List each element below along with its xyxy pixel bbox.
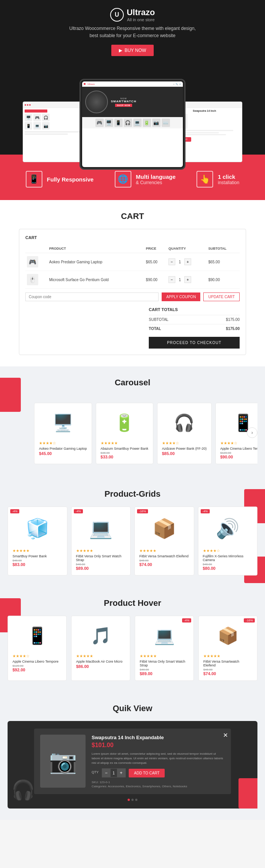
product-price-old: $46.00 xyxy=(139,559,189,562)
feature-multilang-title: Multi language xyxy=(136,174,176,180)
responsive-icon: 📱 xyxy=(26,171,42,188)
carousel-track[interactable]: 🖥️ ★★★★☆ Aokeo Predator Gaming Laptop $4… xyxy=(34,399,257,466)
qv-add-to-cart-button[interactable]: ADD TO CART xyxy=(129,769,165,777)
subtotal-label: SUBTOTAL xyxy=(149,317,168,322)
product-name: Fujifilm X-Series Mirrorless Camera xyxy=(203,554,253,562)
product-badge: -4% xyxy=(182,618,191,622)
qty-value: 1 xyxy=(177,260,183,264)
cart-table: PRODUCT PRICE QUANTITY SUBTOTAL 🎮 Aokeo … xyxy=(25,244,240,289)
cart-section-title: CART xyxy=(8,211,257,221)
multilang-icon: 🌐 xyxy=(115,171,131,188)
table-row: 🖱️ Microsoft Surface Go Pentium Gold $90… xyxy=(25,271,240,289)
product-stars: ★★★★★ xyxy=(12,549,62,553)
hover-card[interactable]: 🎵 ★★★★★ Apple MacBook Air Core Micro $86… xyxy=(71,616,130,681)
carousel-title: Carousel xyxy=(8,378,257,388)
product-thumbnail: 💻 xyxy=(140,621,189,651)
quick-view-section: Quik View 🎧 📷 Swapsutra 14 Inch Expandab… xyxy=(0,692,265,820)
qv-product-name: Swapsutra 14 Inch Expandable xyxy=(92,735,225,740)
qv-sku: SKU: 123-0-1 xyxy=(92,780,225,784)
product-price-new: $92.00 xyxy=(12,668,62,672)
col-product: PRODUCT xyxy=(48,244,145,253)
qv-categories: Categories: Accessories, Electronics, Sm… xyxy=(92,785,225,788)
product-price-old: $46.00 xyxy=(12,559,62,562)
qty-minus[interactable]: − xyxy=(168,276,175,283)
subtotal-value: $175.00 xyxy=(226,317,240,322)
product-hover-title: Product Hover xyxy=(8,598,257,608)
product-name: Apple Cinema Libero Tempore xyxy=(12,660,62,663)
qty-plus[interactable]: + xyxy=(184,258,191,265)
product-grid: -4% 🧊 ★★★★★ SmartBuy Power Bank $46.00 $… xyxy=(8,507,257,576)
product-price-new: $85.00 xyxy=(162,451,207,456)
qv-details: Swapsutra 14 Inch Expandable $101.00 Lor… xyxy=(92,735,225,788)
col-price: PRICE xyxy=(144,244,167,253)
carousel-area: TOP 🖥️ ★★★★☆ Aokeo Predator Gaming Lapto… xyxy=(34,399,257,466)
carousel-section: Carousel TOP 🖥️ ★★★★☆ Aokeo Predator Gam… xyxy=(0,366,265,478)
product-badge: -4% xyxy=(10,509,19,513)
product-name: Aokeo Predator Gaming Laptop xyxy=(48,253,145,271)
feature-responsive-title: Fully Responsive xyxy=(47,176,94,183)
qv-qty-label: QTY xyxy=(92,770,99,774)
product-badge: -16% xyxy=(244,618,255,622)
total-label: TOTAL xyxy=(149,327,161,331)
carousel-item[interactable]: 🔋 ★★★★★ Abazum SmartBuy Power Bank $46.0… xyxy=(96,403,153,464)
deco-qv-right xyxy=(238,778,257,809)
product-img: 🖱️ xyxy=(27,274,38,285)
product-stars: ★★★★★ xyxy=(101,441,148,445)
carousel-item[interactable]: 🎧 ★★★★☆ Azdzave Power Bank (FF-20) $85.0… xyxy=(157,403,212,464)
qty-minus[interactable]: − xyxy=(168,258,175,265)
qv-qty-box[interactable]: − 1 + xyxy=(102,768,126,777)
product-name: Apple Cinema Libero Tempore xyxy=(220,447,257,450)
carousel-next-arrow[interactable]: › xyxy=(247,427,257,438)
qv-qty-plus[interactable]: + xyxy=(117,769,125,777)
hover-card[interactable]: -4% 💻 ★★★★★ Fitbit Versa Only Smart Watc… xyxy=(135,616,194,681)
cart-totals-title: CART TOTALS xyxy=(149,307,240,312)
product-card[interactable]: -4% 💻 ★★★★★ Fitbit Versa Only Smart Watc… xyxy=(71,507,131,576)
qv-product-price: $101.00 xyxy=(92,742,225,749)
product-price-new: $89.00 xyxy=(76,566,126,571)
checkout-button[interactable]: PROCEED TO CHECKOUT xyxy=(149,337,240,349)
product-card[interactable]: -4% 🧊 ★★★★★ SmartBuy Power Bank $46.00 $… xyxy=(8,507,67,576)
product-thumbnail: 📱 xyxy=(12,621,62,651)
feature-multilang-sub: & Currencies xyxy=(136,180,176,185)
device-center: Ultrazo ≡🔍🛒 NEW SMARTWATCH SHOP NOW 🎮 xyxy=(80,79,186,170)
product-price-new: $83.00 xyxy=(12,562,62,567)
modal-close-button[interactable]: ✕ xyxy=(223,732,228,739)
product-grids-section: Product-Grids -4% 🧊 ★★★★★ SmartBuy Power… xyxy=(0,478,265,587)
product-stars: ★★★★☆ xyxy=(39,441,87,445)
qv-qty-minus[interactable]: − xyxy=(102,769,111,777)
qv-side-icon: 🎧 xyxy=(11,779,35,801)
product-price-new: $45.00 xyxy=(39,451,87,456)
qty-value: 1 xyxy=(177,278,183,282)
hero-section: U Ultrazo All in one store Ultrazo Wooco… xyxy=(0,0,265,170)
subtotal-row: SUBTOTAL $175.00 xyxy=(149,315,240,324)
product-price-old: $46.00 xyxy=(101,451,148,455)
col-subtotal: SUBTOTAL xyxy=(207,244,240,253)
update-cart-button[interactable]: UPDATE CART xyxy=(203,292,240,301)
product-stars: ★★★★★ xyxy=(76,549,126,553)
product-price-new: $89.00 xyxy=(140,671,189,676)
qty-plus[interactable]: + xyxy=(184,276,191,283)
product-price-new: $74.00 xyxy=(203,671,253,676)
product-name: SmartBuy Power Bank xyxy=(12,554,62,558)
product-price-old: $46.00 xyxy=(140,668,189,671)
product-badge: -4% xyxy=(74,509,83,513)
product-card[interactable]: -4% 🔊 ★★★★☆ Fujifilm X-Series Mirrorless… xyxy=(198,507,258,576)
product-name: Aokeo Predator Gaming Laptop xyxy=(39,447,87,450)
product-name: Fitbit Versa Smartwatch Eleifend xyxy=(139,554,189,558)
product-price: $65.00 xyxy=(144,253,167,271)
coupon-input[interactable] xyxy=(25,292,159,301)
product-stars: ★★★★☆ xyxy=(203,549,253,553)
buy-now-button[interactable]: ▶ BUY NOW xyxy=(111,45,154,56)
product-price-old: $46.00 xyxy=(203,668,253,671)
hover-card[interactable]: -16% 📦 ★★★★★ Fitbit Versa Smartwatch Ele… xyxy=(198,616,257,681)
carousel-item[interactable]: 🖥️ ★★★★☆ Aokeo Predator Gaming Laptop $4… xyxy=(34,403,92,464)
product-thumbnail: 🖥️ xyxy=(39,408,87,438)
product-card[interactable]: -16% 📦 ★★★★★ Fitbit Versa Smartwatch Ele… xyxy=(134,507,194,576)
product-thumbnail: 💻 xyxy=(76,511,126,546)
hover-card[interactable]: 📱 ★★★★☆ Apple Cinema Libero Tempore $120… xyxy=(8,616,67,681)
product-thumbnail: 🔊 xyxy=(203,511,253,546)
product-thumbnail: 📦 xyxy=(203,621,253,651)
apply-coupon-button[interactable]: APPLY COUPON xyxy=(162,292,200,301)
product-hover-section: Product Hover 📱 ★★★★☆ Apple Cinema Liber… xyxy=(0,587,265,692)
add-to-cart-section: CART CART PRODUCT PRICE QUANTITY SUBTOTA… xyxy=(0,200,265,366)
